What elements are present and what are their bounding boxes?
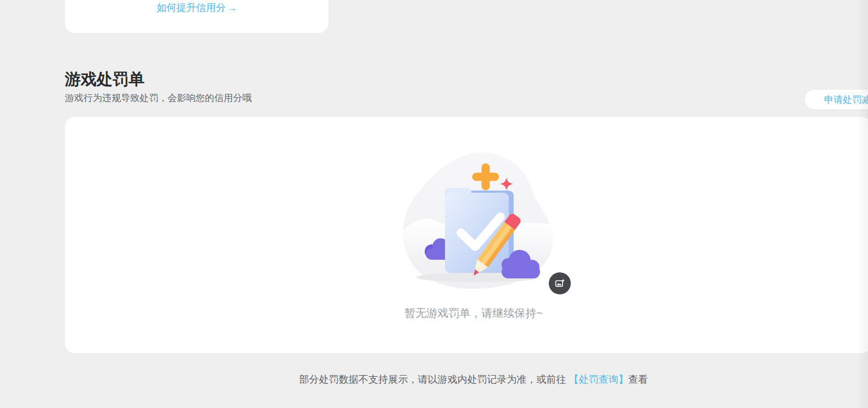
improve-credit-link[interactable]: 如何提升信用分→ xyxy=(65,1,329,14)
credit-score-card: 如何提升信用分→ xyxy=(65,0,329,33)
page: 如何提升信用分→ 游戏处罚单 游戏行为违规导致处罚，会影响您的信用分哦 申请处罚… xyxy=(0,0,868,408)
arrow-right-icon: → xyxy=(227,2,237,13)
empty-state-illustration xyxy=(400,149,555,292)
image-edit-button[interactable] xyxy=(549,272,571,294)
apply-penalty-reduction-button[interactable]: 申请处罚减免 xyxy=(805,90,868,109)
footer-note-suffix: 查看 xyxy=(628,374,648,385)
penalty-query-link[interactable]: 【处罚查询】 xyxy=(569,374,628,385)
footer-note-prefix: 部分处罚数据不支持展示，请以游戏内处罚记录为准，或前往 xyxy=(299,374,569,385)
empty-state-message: 暂无游戏罚单，请继续保持~ xyxy=(254,306,693,320)
footer-note: 部分处罚数据不支持展示，请以游戏内处罚记录为准，或前往 【处罚查询】查看 xyxy=(199,373,748,386)
improve-credit-link-label: 如何提升信用分 xyxy=(157,2,226,13)
image-sparkle-icon xyxy=(554,278,565,289)
page-title: 游戏处罚单 xyxy=(65,70,144,88)
page-subtitle: 游戏行为违规导致处罚，会影响您的信用分哦 xyxy=(65,92,252,104)
